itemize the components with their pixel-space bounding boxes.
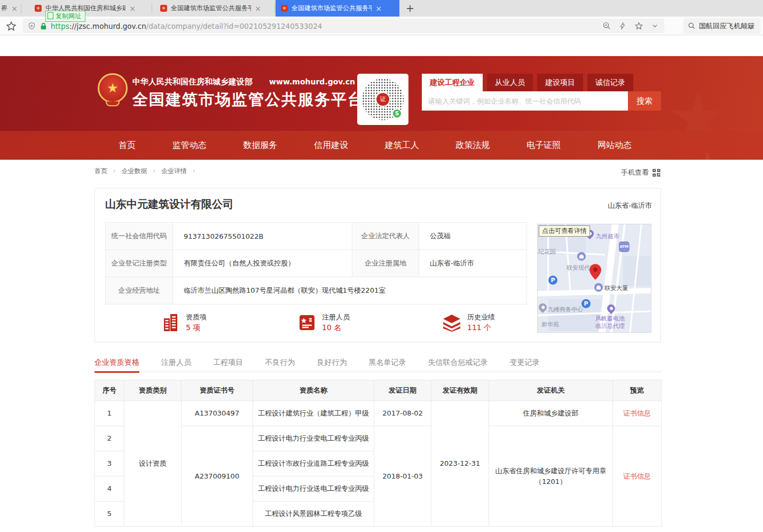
map-label-fengfan-2: 临沂总代理 <box>595 322 625 330</box>
stat-historical-performance[interactable]: 历史业绩 111 个 <box>442 312 495 333</box>
emblem-favicon-icon: ★ <box>160 5 167 12</box>
secure-lock-icon <box>40 22 47 30</box>
stat-label: 资质项 <box>186 312 207 322</box>
cell-issue-date: 2018-01-03 <box>374 426 431 527</box>
tab-change-records[interactable]: 变更记录 <box>510 354 540 371</box>
cell-no: 2 <box>95 426 124 451</box>
tab-close-icon[interactable]: × <box>11 4 18 13</box>
breadcrumb-separator: › <box>113 167 116 175</box>
browser-tab-partial[interactable]: 界 × <box>0 0 21 17</box>
nav-item-supervision[interactable]: 监管动态 <box>172 131 207 160</box>
favorite-star-icon[interactable] <box>634 21 643 30</box>
breadcrumb-enterprise-data[interactable]: 企业数据 <box>121 167 147 175</box>
map-label-fengfan: 风帆蓄电池 <box>595 315 625 323</box>
tab-dishonesty-records[interactable]: 失信联合惩戒记录 <box>428 354 488 371</box>
atm-icon: ATM <box>619 241 630 252</box>
tab-label: 全国建筑市场监管公共服务平台 <box>292 4 372 13</box>
credit-code-value: 91371302675501022B <box>173 223 352 250</box>
certificate-info-link[interactable]: 证书信息 <box>623 472 651 480</box>
col-header-name: 资质名称 <box>253 380 374 401</box>
qualification-table: 序号 资质类别 资质证书号 资质名称 发证日期 发证有效期 发证机关 预览 1 … <box>95 380 662 527</box>
stat-qualifications[interactable]: 资质项 5 项 <box>162 312 207 333</box>
tab-registered-personnel[interactable]: 注册人员 <box>161 354 191 371</box>
tab-good-behavior[interactable]: 良好行为 <box>317 354 347 371</box>
tab-label: 界 <box>1 4 7 13</box>
browser-toolbar: https://jzsc.mohurd.gov.cn/data/company/… <box>0 17 763 35</box>
address-bar[interactable]: https://jzsc.mohurd.gov.cn/data/company/… <box>22 19 664 33</box>
search-tab-credit[interactable]: 诚信记录 <box>587 74 633 91</box>
map-label-supermarket: 九州超市 <box>596 232 619 240</box>
breadcrumb-separator: › <box>153 167 155 175</box>
site-permission-shield-icon[interactable] <box>28 22 36 30</box>
cell-authority: 山东省住房和城乡建设厅许可专用章（1201） <box>489 426 613 527</box>
tab-bad-behavior[interactable]: 不良行为 <box>265 354 295 371</box>
copy-url-tooltip: 复制网址 <box>45 11 85 22</box>
keyword-search-input[interactable] <box>422 91 628 111</box>
url-text: https://jzsc.mohurd.gov.cn/data/company/… <box>51 22 597 30</box>
reader-lightning-icon[interactable] <box>619 21 627 30</box>
cell-qual-name: 工程设计电力行业变电工程专业丙级 <box>253 426 374 451</box>
tab-close-icon[interactable]: × <box>129 4 136 13</box>
browser-news-search[interactable]: 国航回应飞机颠簸 <box>683 18 760 34</box>
tab-divider <box>152 4 152 13</box>
search-tab-personnel[interactable]: 从业人员 <box>487 74 533 91</box>
stat-registered-personnel[interactable]: 注册人员 10 名 <box>298 312 350 333</box>
chevron-down-icon[interactable] <box>651 22 659 30</box>
nav-item-site-news[interactable]: 网站动态 <box>597 131 632 160</box>
business-center-pin-icon <box>537 302 548 313</box>
tab-qualifications[interactable]: 企业资质资格 <box>95 354 139 373</box>
col-header-issue-date: 发证日期 <box>374 380 431 401</box>
search-button[interactable]: 搜索 <box>628 91 661 111</box>
main-navigation: 首页 监管动态 数据服务 信用建设 建筑工人 政策法规 电子证照 网站动态 <box>0 131 763 160</box>
nav-item-home[interactable]: 首页 <box>119 131 136 160</box>
tab-blacklist[interactable]: 黑名单记录 <box>368 354 406 371</box>
cell-qual-name: 工程设计风景园林工程专项乙级 <box>253 502 374 527</box>
stat-value: 5 项 <box>186 322 207 333</box>
platform-title: 全国建筑市场监管公共服务平台 <box>132 89 364 111</box>
miniprogram-qr-code: 证 S <box>357 74 408 125</box>
cell-issue-date: 2017-08-02 <box>374 401 431 426</box>
nav-item-policy[interactable]: 政策法规 <box>456 131 490 160</box>
layers-icon <box>442 314 461 332</box>
col-header-preview: 预览 <box>613 380 662 401</box>
cell-qual-name: 工程设计市政行业道路工程专业丙级 <box>253 451 374 476</box>
nav-item-e-license[interactable]: 电子证照 <box>526 131 561 160</box>
map-label-xinhua: 新华苑 <box>541 320 559 328</box>
legal-rep-label: 企业法定代表人 <box>352 223 419 250</box>
breadcrumb-separator: › <box>193 167 195 175</box>
certificate-info-link[interactable]: 证书信息 <box>623 409 651 417</box>
tab-close-icon[interactable]: × <box>375 4 382 13</box>
nav-item-data-service[interactable]: 数据服务 <box>243 131 277 160</box>
address-bar-actions <box>602 21 659 30</box>
breadcrumb: 首页 › 企业数据 › 企业详情 › 手机查看 <box>95 167 661 181</box>
ministry-url: www.mohurd.gov.cn <box>269 77 355 86</box>
reg-region-label: 企业注册属地 <box>352 250 419 277</box>
tab-projects[interactable]: 工程项目 <box>213 354 243 371</box>
new-tab-button[interactable]: + <box>403 2 417 15</box>
emblem-star-icon: ★ <box>107 82 119 95</box>
table-header-row: 序号 资质类别 资质证书号 资质名称 发证日期 发证有效期 发证机关 预览 <box>95 380 662 401</box>
cell-no: 5 <box>95 502 124 527</box>
tab-divider <box>21 4 21 13</box>
emblem-favicon-icon: ★ <box>281 5 288 12</box>
building-poi-icon <box>594 283 603 292</box>
browser-tab-jzsc-1[interactable]: ★ 全国建筑市场监管公共服务平台 × <box>155 0 275 17</box>
breadcrumb-enterprise-detail[interactable]: 企业详情 <box>161 167 187 175</box>
nav-item-workers[interactable]: 建筑工人 <box>385 131 419 160</box>
search-tab-enterprise[interactable]: 建设工程企业 <box>422 74 483 91</box>
zoom-out-icon[interactable] <box>602 21 611 30</box>
wechat-badge-icon: S <box>392 108 402 119</box>
building-poi-icon <box>577 252 586 261</box>
stat-value: 10 名 <box>322 322 350 333</box>
bookmark-star-icon[interactable] <box>5 20 17 32</box>
mobile-view-button[interactable]: 手机查看 <box>621 168 661 177</box>
browser-tab-jzsc-active[interactable]: ★ 全国建筑市场监管公共服务平台 × <box>276 0 399 17</box>
search-tab-project[interactable]: 建设项目 <box>537 74 583 91</box>
col-header-valid-until: 发证有效期 <box>431 380 489 401</box>
company-location-map[interactable]: 九州超市 ATM 纪花园 联安现代城 联安大厦 P P 九峰商务中心 新华苑 风… <box>537 224 651 333</box>
tab-close-icon[interactable]: × <box>254 4 262 13</box>
nav-item-credit[interactable]: 信用建设 <box>314 131 348 160</box>
mobile-view-label: 手机查看 <box>621 168 649 177</box>
breadcrumb-home[interactable]: 首页 <box>95 167 107 175</box>
cell-authority: 住房和城乡建设部 <box>489 401 613 426</box>
